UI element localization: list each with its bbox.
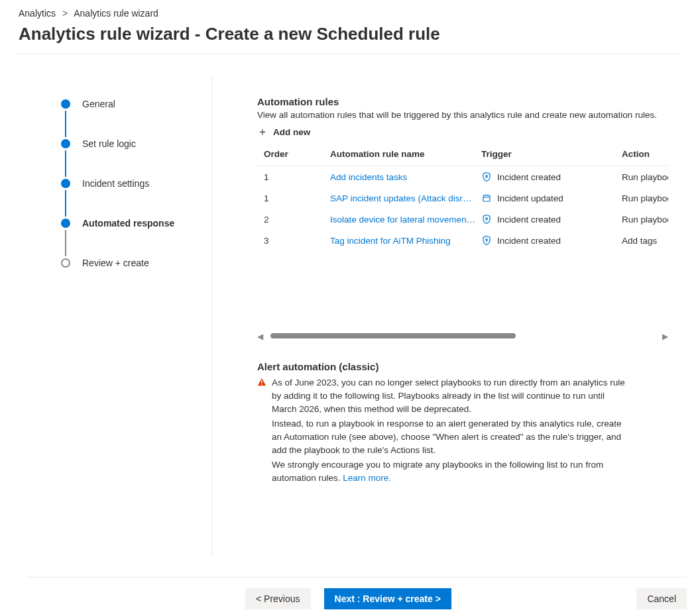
step-set-rule-logic[interactable]: Set rule logic — [61, 136, 211, 152]
breadcrumb-separator: > — [62, 8, 68, 19]
cell-trigger: Incident created — [481, 214, 622, 225]
wizard-stepper: General Set rule logic Incident settings… — [27, 76, 212, 556]
page-title: Analytics rule wizard - Create a new Sch… — [0, 24, 700, 54]
step-incident-settings[interactable]: Incident settings — [61, 176, 211, 191]
add-new-label: Add new — [273, 127, 310, 137]
step-review-create[interactable]: Review + create — [61, 255, 211, 271]
col-header-trigger[interactable]: Trigger — [481, 149, 622, 159]
alert-paragraph: Instead, to run a playbook in response t… — [272, 417, 628, 457]
cell-action: Run playbook — [622, 215, 668, 225]
step-label: Set rule logic — [82, 138, 136, 149]
table-row: 1SAP incident updates (Attack disruption… — [257, 187, 668, 209]
horizontal-scrollbar[interactable]: ◀ ▶ — [257, 331, 668, 341]
step-label: Review + create — [82, 258, 149, 268]
table-row: 2Isolate device for lateral movement tac… — [257, 209, 668, 230]
svg-rect-4 — [261, 380, 262, 383]
step-dot-icon — [61, 179, 70, 188]
scroll-left-icon[interactable]: ◀ — [257, 332, 263, 341]
breadcrumb-root[interactable]: Analytics — [19, 8, 56, 19]
cell-action: Add tags — [622, 236, 668, 246]
breadcrumb: Analytics > Analytics rule wizard — [0, 0, 700, 24]
step-connector — [65, 111, 66, 137]
table-header: Order Automation rule name Trigger Actio… — [257, 142, 668, 166]
rule-name-link[interactable]: Isolate device for lateral movement tact… — [330, 215, 481, 225]
step-label: Automated response — [82, 218, 174, 229]
shield-icon — [481, 214, 492, 225]
breadcrumb-current: Analytics rule wizard — [74, 8, 158, 19]
col-header-name[interactable]: Automation rule name — [330, 149, 481, 159]
cell-trigger: Incident created — [481, 172, 622, 182]
cell-order: 2 — [264, 215, 330, 225]
divider — [19, 54, 681, 54]
cell-order: 1 — [264, 193, 330, 203]
update-icon — [481, 193, 492, 203]
step-dot-icon — [61, 99, 70, 109]
svg-point-2 — [486, 218, 488, 220]
automation-rules-table: Order Automation rule name Trigger Actio… — [257, 142, 668, 251]
col-header-order[interactable]: Order — [264, 149, 330, 159]
step-label: Incident settings — [82, 178, 149, 189]
svg-rect-5 — [261, 384, 262, 385]
next-button[interactable]: Next : Review + create > — [324, 588, 451, 609]
rule-name-link[interactable]: Add incidents tasks — [330, 172, 481, 182]
step-dot-icon — [61, 258, 70, 268]
cancel-button[interactable]: Cancel — [636, 588, 687, 609]
cell-trigger: Incident updated — [481, 193, 622, 203]
alert-text: As of June 2023, you can no longer selec… — [272, 376, 628, 486]
step-connector — [65, 190, 66, 217]
step-label: General — [82, 99, 115, 109]
table-row: 1Add incidents tasksIncident createdRun … — [257, 166, 668, 187]
step-dot-icon — [61, 139, 70, 148]
col-header-action[interactable]: Action — [622, 149, 668, 159]
svg-rect-1 — [483, 195, 490, 201]
cell-order: 1 — [264, 172, 330, 182]
step-connector — [65, 150, 66, 177]
shield-icon — [481, 235, 492, 246]
cell-trigger: Incident created — [481, 235, 622, 246]
cell-order: 3 — [264, 236, 330, 246]
previous-button[interactable]: < Previous — [245, 588, 311, 609]
step-dot-icon — [61, 219, 70, 228]
step-automated-response[interactable]: Automated response — [61, 215, 211, 231]
scroll-track[interactable] — [270, 333, 655, 338]
automation-rules-title: Automation rules — [257, 96, 687, 107]
cell-action: Run playbook — [622, 172, 668, 182]
step-general[interactable]: General — [61, 96, 211, 112]
step-connector — [65, 230, 66, 256]
add-new-button[interactable]: ＋ Add new — [257, 127, 687, 137]
scroll-thumb[interactable] — [270, 333, 516, 338]
automation-rules-desc: View all automation rules that will be t… — [257, 110, 687, 120]
shield-icon — [481, 172, 492, 182]
learn-more-link[interactable]: Learn more. — [343, 473, 391, 483]
table-row: 3Tag incident for AiTM PhishingIncident … — [257, 230, 668, 251]
plus-icon: ＋ — [257, 127, 268, 137]
scroll-right-icon[interactable]: ▶ — [662, 332, 668, 341]
rule-name-link[interactable]: Tag incident for AiTM Phishing — [330, 236, 481, 246]
alert-automation-title: Alert automation (classic) — [257, 361, 628, 372]
alert-paragraph: We strongly encourage you to migrate any… — [272, 458, 628, 485]
wizard-footer: < Previous Next : Review + create > Canc… — [27, 577, 687, 609]
rule-name-link[interactable]: SAP incident updates (Attack disruption) — [330, 193, 481, 203]
alert-paragraph: As of June 2023, you can no longer selec… — [272, 376, 628, 416]
warning-icon — [257, 378, 266, 387]
svg-point-0 — [486, 176, 488, 178]
cell-action: Run playbook — [622, 193, 668, 203]
svg-point-3 — [486, 239, 488, 241]
